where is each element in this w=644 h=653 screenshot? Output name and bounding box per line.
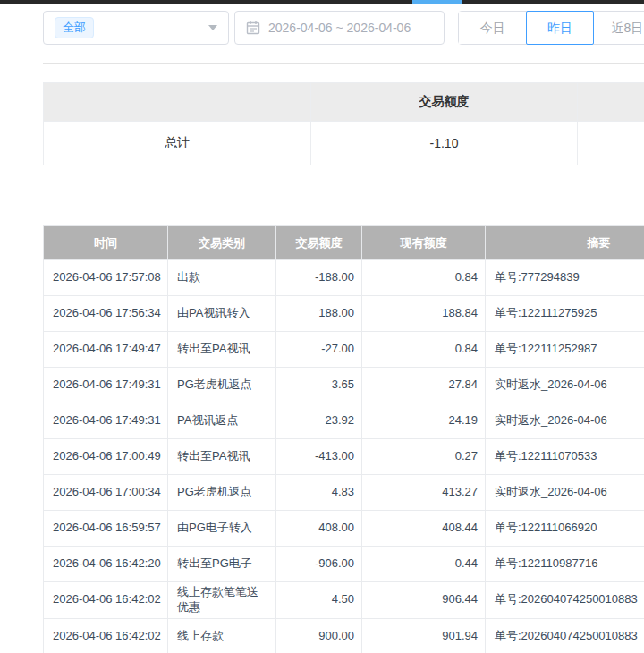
cell-balance: 901.94 [362, 618, 486, 653]
category-select[interactable]: 全部 [43, 11, 229, 45]
col-header-balance: 现有额度 [362, 226, 486, 260]
cell-summary: 单号:202604074250010883 [486, 582, 644, 619]
cell-time: 2026-04-06 17:57:08 [44, 260, 168, 296]
cell-amount: 408.00 [276, 511, 362, 547]
last-8-days-button[interactable]: 近8日 [594, 12, 644, 44]
section-divider [43, 63, 644, 64]
table-row: 2026-04-06 17:56:34 由PA视讯转入 188.00 188.8… [44, 296, 644, 332]
cell-time: 2026-04-06 17:49:31 [44, 368, 168, 403]
cell-type: PA视讯返点 [168, 403, 276, 439]
selected-category-tag: 全部 [55, 17, 94, 38]
cell-type: 转出至PA视讯 [168, 332, 276, 368]
cell-summary: 单号:122111252987 [486, 332, 644, 368]
summary-total-label: 总计 [44, 122, 311, 165]
chevron-down-icon [208, 25, 217, 30]
cell-type: 线上存款 [168, 618, 276, 653]
page: 全部 2026-04-06 ~ 2026-04-06 今日 昨日 近8日 交易额… [0, 0, 644, 653]
cell-summary: 单号:202604074250010883 [486, 618, 644, 653]
calendar-icon [246, 21, 260, 35]
cell-amount: 900.00 [276, 618, 362, 653]
cell-type: 线上存款笔笔送优惠 [168, 582, 276, 619]
cell-time: 2026-04-06 16:42:20 [44, 547, 168, 582]
cell-summary: 单号:122111066920 [486, 511, 644, 547]
cell-type: 由PA视讯转入 [168, 296, 276, 332]
browser-top-bar [0, 0, 644, 4]
cell-summary: 单号:122110987716 [486, 547, 644, 582]
cell-balance: 408.44 [362, 511, 486, 547]
summary-header-amount: 交易额度 [311, 83, 578, 122]
table-row: 2026-04-06 16:42:20 转出至PG电子 -906.00 0.44… [44, 547, 644, 582]
cell-balance: 0.44 [362, 547, 486, 582]
cell-balance: 27.84 [362, 368, 486, 403]
cell-amount: 4.50 [276, 582, 362, 619]
cell-amount: -413.00 [276, 439, 362, 475]
col-header-amount: 交易额度 [276, 226, 362, 260]
cell-type: 由PG电子转入 [168, 511, 276, 547]
table-row: 2026-04-06 17:49:31 PG老虎机返点 3.65 27.84 实… [44, 368, 644, 403]
cell-type: PG老虎机返点 [168, 368, 276, 403]
date-range-input[interactable]: 2026-04-06 ~ 2026-04-06 [234, 11, 445, 45]
date-range-value: 2026-04-06 ~ 2026-04-06 [268, 21, 411, 35]
cell-type: PG老虎机返点 [168, 475, 276, 511]
table-row: 2026-04-06 16:42:02 线上存款 900.00 901.94 单… [44, 618, 644, 653]
cell-type: 出款 [168, 260, 276, 296]
summary-header-blank [44, 83, 311, 122]
col-header-summary: 摘要 [486, 226, 644, 260]
cell-summary: 实时返水_2026-04-06 [486, 368, 644, 403]
cell-amount: -188.00 [276, 260, 362, 296]
cell-amount: 188.00 [276, 296, 362, 332]
cell-amount: -906.00 [276, 547, 362, 582]
table-row: 2026-04-06 17:00:34 PG老虎机返点 4.83 413.27 … [44, 475, 644, 511]
cell-amount: 23.92 [276, 403, 362, 439]
cell-balance: 0.27 [362, 439, 486, 475]
table-header-row: 时间 交易类别 交易额度 现有额度 摘要 [44, 226, 644, 260]
col-header-type: 交易类别 [168, 226, 276, 260]
cell-summary: 单号:777294839 [486, 260, 644, 296]
summary-total-row: 总计 -1.10 [44, 122, 644, 165]
cell-time: 2026-04-06 16:42:02 [44, 618, 168, 653]
cell-time: 2026-04-06 16:42:02 [44, 582, 168, 619]
cell-time: 2026-04-06 17:56:34 [44, 296, 168, 332]
col-header-time: 时间 [44, 226, 168, 260]
cell-amount: -27.00 [276, 332, 362, 368]
summary-table: 交易额度 总计 -1.10 [43, 82, 644, 165]
today-button[interactable]: 今日 [459, 12, 526, 44]
cell-summary: 单号:122111275925 [486, 296, 644, 332]
table-row: 2026-04-06 17:49:47 转出至PA视讯 -27.00 0.84 … [44, 332, 644, 368]
cell-balance: 906.44 [362, 582, 486, 619]
table-row: 2026-04-06 16:59:57 由PG电子转入 408.00 408.4… [44, 511, 644, 547]
cell-balance: 413.27 [362, 475, 486, 511]
top-bar-accent-segment [412, 0, 462, 4]
cell-time: 2026-04-06 17:49:47 [44, 332, 168, 368]
summary-total-cut [578, 122, 644, 165]
cell-balance: 188.84 [362, 296, 486, 332]
cell-amount: 3.65 [276, 368, 362, 403]
cell-type: 转出至PA视讯 [168, 439, 276, 475]
table-row: 2026-04-06 16:42:02 线上存款笔笔送优惠 4.50 906.4… [44, 582, 644, 619]
summary-header-cut [578, 83, 644, 122]
table-row: 2026-04-06 17:00:49 转出至PA视讯 -413.00 0.27… [44, 439, 644, 475]
cell-time: 2026-04-06 17:49:31 [44, 403, 168, 439]
summary-header-row: 交易额度 [44, 83, 644, 122]
quick-range-button-group: 今日 昨日 近8日 [458, 11, 644, 45]
summary-total-amount: -1.10 [311, 122, 578, 165]
cell-summary: 实时返水_2026-04-06 [486, 475, 644, 511]
cell-summary: 实时返水_2026-04-06 [486, 403, 644, 439]
cell-type: 转出至PG电子 [168, 547, 276, 582]
transactions-table: 时间 交易类别 交易额度 现有额度 摘要 2026-04-06 17:57:08… [43, 225, 644, 653]
cell-time: 2026-04-06 17:00:34 [44, 475, 168, 511]
cell-balance: 0.84 [362, 260, 486, 296]
table-row: 2026-04-06 17:57:08 出款 -188.00 0.84 单号:7… [44, 260, 644, 296]
cell-balance: 0.84 [362, 332, 486, 368]
cell-time: 2026-04-06 16:59:57 [44, 511, 168, 547]
cell-amount: 4.83 [276, 475, 362, 511]
cell-summary: 单号:122111070533 [486, 439, 644, 475]
yesterday-button[interactable]: 昨日 [526, 11, 593, 45]
table-row: 2026-04-06 17:49:31 PA视讯返点 23.92 24.19 实… [44, 403, 644, 439]
cell-time: 2026-04-06 17:00:49 [44, 439, 168, 475]
cell-balance: 24.19 [362, 403, 486, 439]
